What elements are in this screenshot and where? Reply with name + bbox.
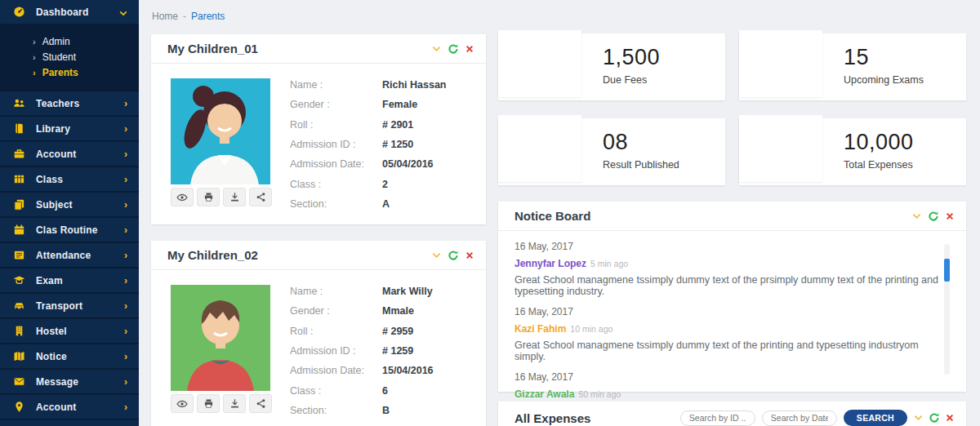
notice-board-card: Notice Board 16 May, 2017 Jennyfar Lopez… bbox=[498, 202, 966, 392]
detail-row: Admission Date:15/04/2016 bbox=[290, 361, 474, 380]
breadcrumb-separator: - bbox=[183, 11, 186, 22]
detail-label: Roll : bbox=[290, 326, 382, 337]
sidebar-item-exam[interactable]: Exam › bbox=[0, 268, 139, 294]
child-details: Name :Mark Willy Gender :Mmale Roll :# 2… bbox=[290, 282, 474, 420]
download-button[interactable] bbox=[223, 188, 246, 206]
sidebar-item-clas-routine[interactable]: Clas Routine › bbox=[0, 218, 139, 243]
briefcase-icon bbox=[13, 148, 25, 160]
sidebar-item-account[interactable]: Account › bbox=[0, 142, 139, 167]
collapse-chevron-icon[interactable] bbox=[432, 46, 441, 52]
sidebar-item-dashboard[interactable]: Dashboard bbox=[0, 0, 139, 25]
sidebar-item-label: Class bbox=[36, 174, 124, 185]
view-button[interactable] bbox=[171, 188, 194, 206]
chevron-right-icon: › bbox=[124, 326, 127, 337]
view-button[interactable] bbox=[171, 394, 194, 413]
sidebar-item-hostel[interactable]: Hostel › bbox=[0, 319, 139, 344]
detail-label: Section: bbox=[290, 198, 382, 210]
refresh-icon[interactable] bbox=[448, 251, 458, 260]
chevron-right-icon: › bbox=[124, 224, 127, 236]
card-header: Notice Board bbox=[498, 202, 966, 231]
refresh-icon[interactable] bbox=[448, 44, 458, 54]
collapse-chevron-icon[interactable] bbox=[432, 252, 441, 259]
notice-author[interactable]: Jennyfar Lopez bbox=[514, 258, 586, 269]
chevron-right-icon: › bbox=[124, 174, 127, 185]
sidebar-item-label: Exam bbox=[36, 275, 124, 286]
detail-value: B bbox=[382, 405, 390, 416]
refresh-icon[interactable] bbox=[929, 211, 938, 221]
detail-label: Class : bbox=[290, 179, 382, 190]
refresh-icon[interactable] bbox=[929, 413, 939, 423]
chevron-right-icon: › bbox=[124, 250, 127, 261]
sidebar-item-class[interactable]: Class › bbox=[0, 167, 139, 193]
collapse-chevron-icon[interactable] bbox=[914, 415, 923, 421]
sidebar-subitem-student[interactable]: › Student bbox=[0, 49, 139, 64]
sidebar-item-notice[interactable]: Notice › bbox=[0, 344, 139, 370]
chevron-right-icon: › bbox=[124, 402, 127, 413]
search-by-date-input[interactable] bbox=[762, 410, 837, 426]
close-icon[interactable] bbox=[466, 251, 474, 260]
search-button[interactable]: SEARCH bbox=[844, 410, 907, 426]
detail-row: Section:A bbox=[290, 194, 474, 214]
breadcrumb-home[interactable]: Home bbox=[152, 11, 178, 22]
sidebar-item-teachers[interactable]: Teachers › bbox=[0, 91, 139, 117]
child-avatar-girl bbox=[171, 78, 270, 184]
sidebar-item-label: Teachers bbox=[36, 98, 124, 109]
sidebar-item-label: Hostel bbox=[36, 326, 124, 337]
grid-icon bbox=[13, 173, 25, 185]
stat-text: 1,500 Due Fees bbox=[603, 45, 660, 86]
detail-row: Section:B bbox=[290, 401, 474, 420]
child-details: Name :Richi Hassan Gender :Female Roll :… bbox=[290, 75, 474, 214]
detail-value: Mark Willy bbox=[382, 286, 433, 297]
download-button[interactable] bbox=[223, 394, 246, 413]
sidebar-item-message[interactable]: Message › bbox=[0, 370, 139, 395]
stat-card-image-panel bbox=[739, 115, 822, 182]
sidebar-item-subject[interactable]: Subject › bbox=[0, 193, 139, 218]
notice-author[interactable]: Gizzar Awala bbox=[514, 388, 574, 400]
close-icon[interactable] bbox=[466, 45, 474, 53]
sidebar-item-account-2[interactable]: Account › bbox=[0, 395, 139, 420]
building-icon bbox=[13, 325, 25, 337]
close-icon[interactable] bbox=[946, 414, 954, 422]
notice-scrollbar-thumb[interactable] bbox=[944, 259, 950, 282]
detail-row: Admission Date:05/04/2016 bbox=[290, 154, 474, 174]
notice-entry: 16 May, 2017 Jennyfar Lopez5 min ago Gre… bbox=[514, 241, 950, 297]
chevron-right-icon: › bbox=[33, 68, 36, 78]
sidebar-subitem-label: Student bbox=[42, 51, 76, 63]
notice-list: 16 May, 2017 Jennyfar Lopez5 min ago Gre… bbox=[498, 231, 966, 426]
detail-value: # 2959 bbox=[382, 326, 413, 337]
stat-text: 15 Upcoming Exams bbox=[844, 45, 924, 86]
sidebar-item-label: Attendance bbox=[36, 250, 124, 261]
share-button[interactable] bbox=[249, 188, 272, 206]
sidebar-subitem-parents[interactable]: › Parents bbox=[0, 64, 139, 80]
sidebar-item-attendance[interactable]: Attendance › bbox=[0, 243, 139, 268]
notice-author[interactable]: Kazi Fahim bbox=[514, 323, 566, 335]
sidebar-subitem-label: Admin bbox=[42, 36, 70, 47]
sidebar-item-library[interactable]: Library › bbox=[0, 117, 139, 142]
sidebar-subitem-admin[interactable]: › Admin bbox=[0, 33, 139, 49]
sidebar: Dashboard › Admin › Student › Parents Te… bbox=[0, 0, 139, 426]
chevron-right-icon: › bbox=[124, 376, 127, 388]
share-icon bbox=[256, 398, 266, 409]
dashboard-icon bbox=[13, 6, 25, 18]
breadcrumb-current[interactable]: Parents bbox=[191, 11, 225, 22]
notice-scrollbar-track[interactable] bbox=[944, 244, 950, 375]
collapse-chevron-icon[interactable] bbox=[912, 213, 921, 220]
print-button[interactable] bbox=[197, 394, 220, 413]
notice-date: 16 May, 2017 bbox=[514, 371, 950, 383]
card-header: My Children_01 bbox=[151, 34, 486, 64]
detail-row: Name :Richi Hassan bbox=[290, 75, 474, 95]
detail-row: Class :2 bbox=[290, 174, 474, 193]
stat-value: 1,500 bbox=[603, 45, 660, 70]
share-button[interactable] bbox=[249, 394, 272, 413]
sidebar-item-transport[interactable]: Transport › bbox=[0, 294, 139, 319]
detail-value: 05/04/2016 bbox=[382, 158, 434, 170]
detail-row: Roll :# 2959 bbox=[290, 322, 474, 341]
search-by-id-input[interactable] bbox=[680, 410, 755, 426]
chevron-right-icon: › bbox=[124, 351, 127, 362]
print-button[interactable] bbox=[197, 188, 220, 206]
download-icon bbox=[229, 192, 240, 202]
stat-card-image-panel bbox=[739, 30, 822, 97]
my-children-01-card: My Children_01 bbox=[151, 34, 486, 224]
close-icon[interactable] bbox=[946, 212, 954, 220]
notice-time: 5 min ago bbox=[590, 259, 628, 268]
